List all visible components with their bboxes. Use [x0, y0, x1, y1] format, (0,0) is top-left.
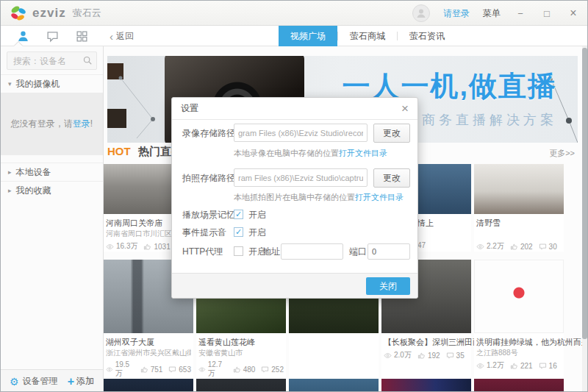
- sidebar-item-my-favorites[interactable]: ▸ 我的收藏: [1, 181, 103, 199]
- thumbs-up-icon: [233, 366, 241, 374]
- navbar: ‹ 返回 视频广场 萤石商城 萤石资讯: [1, 26, 587, 46]
- avatar[interactable]: [412, 4, 430, 22]
- device-manage-button[interactable]: ⚙ 设备管理: [10, 375, 58, 388]
- http-proxy-label: HTTP代理: [182, 242, 223, 261]
- thumbs-up-icon: [143, 243, 151, 251]
- likes-stat: 751: [140, 366, 163, 374]
- open-record-dir-link[interactable]: 打开文件目录: [339, 149, 387, 157]
- scrollbar-track[interactable]: [582, 46, 587, 392]
- dialog-header: 设置 ×: [172, 98, 417, 120]
- dialog-close-icon[interactable]: ×: [401, 102, 409, 115]
- login-link[interactable]: 登录: [73, 118, 90, 129]
- likes-stat: 221: [510, 362, 533, 370]
- video-thumbnail: [474, 379, 564, 392]
- dialog-close-button[interactable]: 关闭: [366, 277, 410, 295]
- record-path-hint: 本地录像在电脑中存储的位置打开文件目录: [234, 148, 387, 159]
- dialog-footer: 关闭: [172, 273, 417, 298]
- video-location: 浙江省湖州市吴兴区戴山街道旧: [106, 348, 191, 358]
- eye-icon: [106, 366, 113, 374]
- views-stat: 19.5万: [106, 360, 135, 379]
- capture-change-button[interactable]: 更改: [373, 168, 410, 188]
- banner-decoration-square: [107, 109, 126, 128]
- sidebar-bottom-bar: ⚙ 设备管理 + 添加: [1, 369, 103, 392]
- thumbs-up-icon: [510, 362, 518, 370]
- sidebar-item-label: 本地设备: [16, 166, 51, 179]
- proxy-port-input[interactable]: [368, 243, 410, 260]
- scrollbar-thumb[interactable]: [582, 48, 587, 339]
- chevron-right-icon: ▸: [8, 168, 12, 176]
- video-card[interactable]: [381, 379, 471, 392]
- sidebar-item-local-devices[interactable]: ▸ 本地设备: [1, 163, 103, 181]
- video-location: 之江路888号: [476, 348, 562, 358]
- video-thumbnail: [104, 379, 193, 392]
- scene-memory-checkbox[interactable]: ✓: [234, 210, 243, 219]
- user-silhouette-icon: [415, 7, 427, 19]
- search-icon[interactable]: [82, 55, 93, 68]
- open-capture-dir-link[interactable]: 打开文件目录: [355, 193, 404, 202]
- sidebar: ▾ 我的摄像机 您没有登录，请登录! ▸ 本地设备 ▸ 我的收藏 ⚙ 设备管理 …: [1, 46, 104, 392]
- hint-text: 本地抓拍图片在电脑中存储的位置: [234, 193, 355, 202]
- hot-tag: HOT: [107, 145, 131, 157]
- video-card[interactable]: [104, 379, 193, 392]
- devices-person-icon[interactable]: [17, 30, 29, 43]
- comment-icon: [446, 352, 454, 360]
- banner-decoration-square: [107, 63, 123, 79]
- login-message-suffix: !: [90, 118, 93, 129]
- brand-name: ezviz: [32, 6, 66, 21]
- event-sound-checkbox[interactable]: ✓: [234, 227, 243, 237]
- chevron-down-icon: ▾: [8, 80, 12, 88]
- event-sound-on-label: 开启: [248, 223, 266, 242]
- comments-stat: 252: [261, 366, 284, 374]
- maximize-icon[interactable]: □: [540, 8, 553, 19]
- app-window: ezviz 萤石云 请登录 菜单 − □ ×: [0, 0, 588, 392]
- eye-icon: [384, 352, 392, 360]
- views-stat: 1.2万: [476, 360, 504, 371]
- back-button[interactable]: ‹ 返回: [110, 26, 134, 46]
- video-title: 洪明甫挂帅绿城，他为杭州而来！: [476, 336, 562, 348]
- video-card[interactable]: [196, 379, 286, 392]
- proxy-port-label: 端口: [349, 242, 367, 261]
- minimize-icon[interactable]: −: [514, 8, 527, 19]
- more-link[interactable]: 更多>>: [549, 148, 575, 159]
- http-proxy-checkbox[interactable]: [234, 246, 243, 256]
- messages-chat-icon[interactable]: [46, 30, 59, 43]
- comment-icon: [539, 243, 547, 251]
- scene-memory-label: 播放场景记忆: [182, 205, 235, 224]
- plus-icon: +: [68, 375, 74, 388]
- tab-video-plaza[interactable]: 视频广场: [279, 26, 337, 46]
- views-stat: 16.3万: [106, 241, 137, 252]
- video-card[interactable]: [289, 379, 379, 392]
- video-title: 清野雪: [476, 217, 562, 229]
- likes-stat: 1031: [143, 243, 170, 251]
- tab-news[interactable]: 萤石资讯: [398, 26, 456, 46]
- video-title: 湖州双子大厦: [106, 336, 191, 348]
- grid-view-icon[interactable]: [76, 30, 88, 43]
- video-title: 遥看黄山莲花峰: [198, 336, 284, 348]
- video-card[interactable]: 洪明甫挂帅绿城，他为杭州而来！ 之江路888号 1.2万 221 16: [474, 260, 564, 379]
- views-stat: 2.0万: [384, 350, 412, 360]
- proxy-address-label: 地址: [262, 242, 280, 261]
- video-card[interactable]: [474, 379, 564, 392]
- comment-icon: [261, 366, 269, 374]
- add-device-button[interactable]: + 添加: [68, 375, 94, 388]
- window-close-icon[interactable]: ×: [567, 7, 580, 20]
- video-card[interactable]: 清野雪 2.2万 202 30: [474, 164, 564, 252]
- ezviz-flower-icon: [10, 4, 27, 22]
- sidebar-item-my-cameras[interactable]: ▾ 我的摄像机: [1, 74, 103, 93]
- tab-mall[interactable]: 萤石商城: [338, 26, 397, 46]
- device-manage-label: 设备管理: [23, 375, 58, 388]
- likes-stat: 192: [417, 352, 440, 360]
- proxy-address-input[interactable]: [281, 243, 343, 260]
- login-button[interactable]: 请登录: [443, 7, 470, 20]
- capture-path-input[interactable]: [234, 168, 368, 187]
- record-path-input[interactable]: [234, 124, 368, 142]
- video-thumbnail: [474, 164, 564, 214]
- brand-name-cn: 萤石云: [73, 7, 101, 20]
- record-change-button[interactable]: 更改: [373, 124, 410, 143]
- top-tabs: 视频广场 萤石商城 萤石资讯: [279, 26, 456, 46]
- menu-button[interactable]: 菜单: [483, 7, 501, 20]
- sidebar-item-label: 我的摄像机: [16, 78, 60, 90]
- comment-icon: [168, 366, 176, 374]
- thumbs-up-icon: [140, 366, 148, 374]
- app-logo: ezviz 萤石云: [10, 4, 101, 22]
